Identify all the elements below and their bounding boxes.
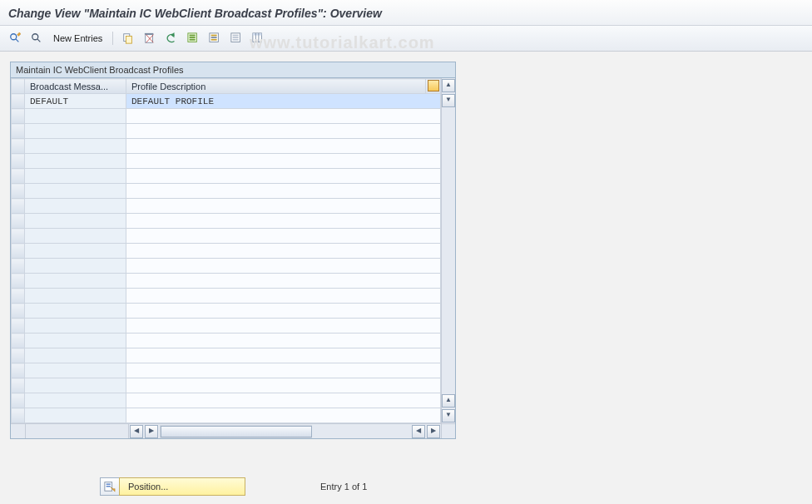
scroll-up-bottom-button[interactable]: ▲ (442, 394, 455, 408)
table-row-empty[interactable] (12, 274, 441, 289)
table-row-empty[interactable] (12, 304, 441, 319)
row-selector[interactable] (12, 169, 25, 184)
cell-broadcast[interactable]: DEFAULT (25, 94, 126, 109)
table-row-empty[interactable] (12, 154, 441, 169)
cell-broadcast-empty[interactable] (25, 363, 126, 378)
cell-description-empty[interactable] (126, 304, 441, 319)
select-block-icon[interactable] (206, 30, 223, 47)
toggle-display-change-icon[interactable] (7, 30, 23, 47)
table-row-empty[interactable] (12, 109, 441, 124)
cell-broadcast-empty[interactable] (25, 229, 126, 244)
row-selector[interactable] (12, 199, 25, 214)
table-row-empty[interactable] (12, 348, 441, 363)
table-row-empty[interactable] (12, 244, 441, 259)
cell-broadcast-empty[interactable] (25, 334, 126, 348)
table-row-empty[interactable] (12, 259, 441, 274)
table-row-empty[interactable] (12, 289, 441, 304)
row-selector[interactable] (12, 334, 25, 348)
row-selector[interactable] (12, 259, 25, 274)
new-entries-button[interactable]: New Entries (50, 33, 106, 43)
cell-description-empty[interactable] (126, 199, 441, 214)
row-selector[interactable] (12, 214, 25, 229)
column-config-header[interactable] (426, 79, 441, 94)
cell-description-empty[interactable] (126, 229, 441, 244)
row-selector[interactable] (12, 348, 25, 363)
row-selector[interactable] (12, 274, 25, 289)
cell-description-empty[interactable] (126, 393, 441, 408)
cell-broadcast-empty[interactable] (25, 244, 126, 259)
cell-description-empty[interactable] (126, 214, 441, 229)
table-row-empty[interactable] (12, 319, 441, 334)
row-selector[interactable] (12, 378, 25, 393)
cell-description-empty[interactable] (126, 184, 441, 199)
scroll-right-button[interactable]: ▶ (427, 425, 440, 438)
table-row-empty[interactable] (12, 214, 441, 229)
cell-broadcast-empty[interactable] (25, 214, 126, 229)
cell-broadcast-empty[interactable] (25, 274, 126, 289)
deselect-all-icon[interactable] (228, 30, 245, 47)
cell-description-empty[interactable] (126, 169, 441, 184)
cell-broadcast-empty[interactable] (25, 304, 126, 319)
scroll-right-inner-button[interactable]: ▶ (145, 425, 158, 438)
table-row-empty[interactable] (12, 199, 441, 214)
cell-broadcast-empty[interactable] (25, 289, 126, 304)
horizontal-scrollbar[interactable]: ◀ ▶ ◀ ▶ (11, 423, 455, 438)
cell-description-empty[interactable] (126, 154, 441, 169)
table-row-empty[interactable] (12, 124, 441, 139)
row-selector[interactable] (12, 109, 25, 124)
table-row-empty[interactable] (12, 229, 441, 244)
cell-description[interactable]: DEFAULT PROFILE (126, 94, 441, 109)
cell-description-empty[interactable] (126, 124, 441, 139)
row-selector[interactable] (12, 229, 25, 244)
horizontal-scroll-track[interactable] (160, 425, 312, 438)
table-row-empty[interactable] (12, 363, 441, 378)
cell-description-empty[interactable] (126, 319, 441, 334)
cell-broadcast-empty[interactable] (25, 154, 126, 169)
cell-broadcast-empty[interactable] (25, 348, 126, 363)
table-row[interactable]: DEFAULTDEFAULT PROFILE (12, 94, 441, 109)
cell-broadcast-empty[interactable] (25, 169, 126, 184)
row-selector[interactable] (12, 393, 25, 408)
position-button[interactable]: Position... (100, 477, 245, 496)
row-selector-header[interactable] (12, 79, 25, 94)
row-selector[interactable] (12, 139, 25, 154)
column-header-broadcast[interactable]: Broadcast Messa... (25, 79, 126, 94)
row-selector[interactable] (12, 94, 25, 109)
cell-broadcast-empty[interactable] (25, 109, 126, 124)
cell-broadcast-empty[interactable] (25, 199, 126, 214)
row-selector[interactable] (12, 304, 25, 319)
cell-description-empty[interactable] (126, 259, 441, 274)
row-selector[interactable] (12, 289, 25, 304)
find-icon[interactable] (28, 30, 45, 47)
vertical-scrollbar[interactable]: ▲ ▼ ▲ ▼ (441, 78, 455, 423)
cell-broadcast-empty[interactable] (25, 378, 126, 393)
scroll-left-end-button[interactable]: ◀ (412, 425, 425, 438)
row-selector[interactable] (12, 244, 25, 259)
select-all-icon[interactable] (185, 30, 201, 47)
scroll-left-button[interactable]: ◀ (130, 425, 143, 438)
column-header-description[interactable]: Profile Description (126, 79, 426, 94)
copy-as-icon[interactable] (120, 30, 136, 47)
row-selector[interactable] (12, 319, 25, 334)
row-selector[interactable] (12, 124, 25, 139)
row-selector[interactable] (12, 184, 25, 199)
table-row-empty[interactable] (12, 334, 441, 348)
undo-change-icon[interactable] (163, 30, 180, 47)
scroll-down-bottom-button[interactable]: ▼ (442, 409, 455, 422)
cell-description-empty[interactable] (126, 378, 441, 393)
table-row-empty[interactable] (12, 169, 441, 184)
cell-broadcast-empty[interactable] (25, 124, 126, 139)
cell-description-empty[interactable] (126, 274, 441, 289)
table-row-empty[interactable] (12, 184, 441, 199)
row-selector[interactable] (12, 408, 25, 423)
cell-broadcast-empty[interactable] (25, 319, 126, 334)
cell-description-empty[interactable] (126, 363, 441, 378)
cell-description-empty[interactable] (126, 244, 441, 259)
delete-icon[interactable] (141, 30, 158, 47)
cell-broadcast-empty[interactable] (25, 139, 126, 154)
cell-description-empty[interactable] (126, 289, 441, 304)
table-row-empty[interactable] (12, 378, 441, 393)
table-settings-icon[interactable] (250, 30, 266, 47)
cell-broadcast-empty[interactable] (25, 184, 126, 199)
row-selector[interactable] (12, 363, 25, 378)
